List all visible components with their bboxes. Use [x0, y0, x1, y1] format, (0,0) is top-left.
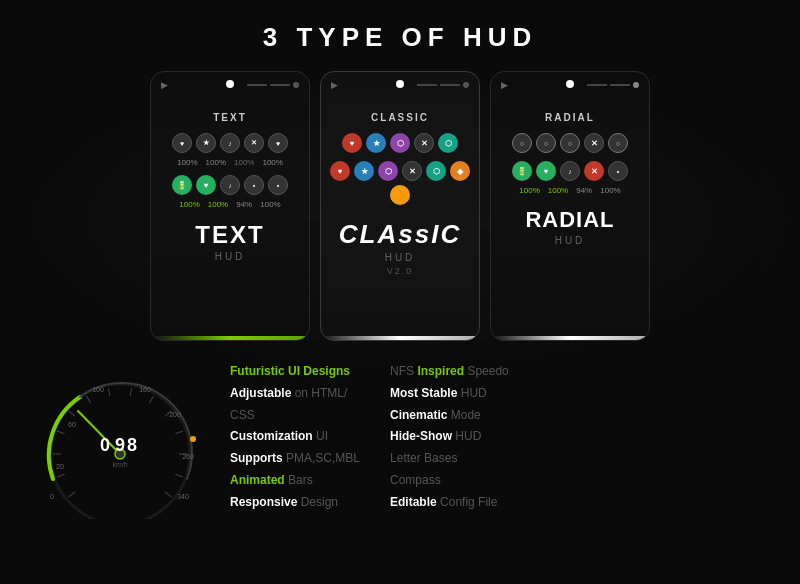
text-icon-1: ♥	[172, 133, 192, 153]
hud-cards-container: ▶ TEXT ♥ ★ ♪ ✕ ♥ 100% 100% 100% 100% 🔋 ♥	[0, 53, 800, 341]
radial-icon2-1: 🔋	[512, 161, 532, 181]
bottom-section: 0 20 60 100 160 200 260 340 0 9 8 km/h F	[0, 341, 800, 519]
text-stat-1: 100%	[177, 158, 197, 167]
svg-text:0: 0	[100, 435, 110, 455]
classic-hud-type-label: CLASSIC	[371, 112, 429, 123]
feature-stable: Most Stable HUD	[390, 385, 509, 402]
feature-hide-show: Hide-Show HUD	[390, 428, 509, 445]
classic-icon2-5: ⬡	[426, 161, 446, 181]
classic-icon2-7: 🔶	[390, 185, 410, 205]
feature-animated: Animated Bars	[230, 472, 360, 489]
features-col-left: Futuristic UI Designs Adjustable on HTML…	[230, 363, 360, 519]
classic-icon2-2: ★	[354, 161, 374, 181]
svg-text:160: 160	[139, 386, 151, 393]
nav-arrow-classic: ▶	[331, 80, 338, 90]
radial-icon-4: ✕	[584, 133, 604, 153]
classic-icon2-3: ⬡	[378, 161, 398, 181]
svg-text:9: 9	[115, 435, 125, 455]
classic-icon-4: ✕	[414, 133, 434, 153]
text-icon-3: ♪	[220, 133, 240, 153]
radial-icon-2: ○	[536, 133, 556, 153]
svg-text:200: 200	[169, 411, 181, 418]
svg-line-14	[165, 492, 171, 497]
radial-icon2-3: ♪	[560, 161, 580, 181]
svg-line-5	[69, 411, 75, 416]
classic-sub-label: HUD	[385, 252, 416, 263]
feature-css: CSS	[230, 407, 360, 424]
feature-responsive: Responsive Design	[230, 494, 360, 511]
radial-icon2-5: •	[608, 161, 628, 181]
feature-compass: Compass	[390, 472, 509, 489]
text-icon-4: ✕	[244, 133, 264, 153]
hud-card-text[interactable]: ▶ TEXT ♥ ★ ♪ ✕ ♥ 100% 100% 100% 100% 🔋 ♥	[150, 71, 310, 341]
classic-icon-1: ♥	[342, 133, 362, 153]
nav-arrow-radial: ▶	[501, 80, 508, 90]
text-stat-2: 100%	[206, 158, 226, 167]
feature-cinematic: Cinematic Mode	[390, 407, 509, 424]
text-stat2-2: 100%	[208, 200, 228, 209]
feature-adjustable: Adjustable on HTML/	[230, 385, 360, 402]
classic-icon-5: ⬡	[438, 133, 458, 153]
radial-icon2-4: ✕	[584, 161, 604, 181]
radial-stat-1: 100%	[519, 186, 539, 195]
text-stat-3: 100%	[234, 158, 254, 167]
speedometer-container: 0 20 60 100 160 200 260 340 0 9 8 km/h	[30, 359, 210, 519]
radial-stat-3: 94%	[576, 186, 592, 195]
svg-line-1	[69, 492, 75, 497]
svg-text:340: 340	[177, 493, 189, 500]
svg-text:260: 260	[182, 453, 194, 460]
classic-icon-2: ★	[366, 133, 386, 153]
radial-stat-4: 100%	[600, 186, 620, 195]
text-icon2-2: ♥	[196, 175, 216, 195]
radial-icon-1: ○	[512, 133, 532, 153]
svg-line-6	[87, 396, 91, 403]
svg-point-29	[190, 436, 196, 442]
svg-line-4	[57, 431, 65, 434]
text-icon2-5: •	[268, 175, 288, 195]
text-stat2-3: 94%	[236, 200, 252, 209]
speedometer-svg: 0 20 60 100 160 200 260 340 0 9 8 km/h	[30, 359, 210, 519]
page-title: 3 TYPE OF HUD	[0, 0, 800, 53]
classic-icon-3: ⬡	[390, 133, 410, 153]
radial-stat-2: 100%	[548, 186, 568, 195]
classic-icon2-4: ✕	[402, 161, 422, 181]
svg-text:60: 60	[68, 421, 76, 428]
svg-line-7	[108, 388, 109, 396]
svg-text:8: 8	[127, 435, 137, 455]
radial-main-title: RADIAL	[525, 207, 614, 233]
radial-icon2-2: ♥	[536, 161, 556, 181]
feature-supports: Supports PMA,SC,MBL	[230, 450, 360, 467]
text-stat2-1: 100%	[179, 200, 199, 209]
svg-text:20: 20	[56, 463, 64, 470]
text-sub-label: HUD	[215, 251, 246, 262]
text-icon-5: ♥	[268, 133, 288, 153]
hud-card-radial[interactable]: ▶ RADIAL ○ ○ ○ ✕ ○ 🔋 ♥ ♪ ✕ • 100% 1	[490, 71, 650, 341]
text-hud-type-label: TEXT	[213, 112, 247, 123]
svg-line-13	[175, 474, 183, 477]
text-icon2-1: 🔋	[172, 175, 192, 195]
text-icon-2: ★	[196, 133, 216, 153]
radial-icon-3: ○	[560, 133, 580, 153]
classic-icon2-6: ◆	[450, 161, 470, 181]
svg-text:100: 100	[92, 386, 104, 393]
svg-text:0: 0	[50, 493, 54, 500]
feature-letter: Letter Bases	[390, 450, 509, 467]
svg-line-11	[175, 431, 183, 434]
classic-main-title: CLAssIC	[339, 219, 461, 250]
feature-config: Editable Config File	[390, 494, 509, 511]
radial-icon-5: ○	[608, 133, 628, 153]
svg-line-2	[57, 474, 65, 477]
feature-customization: Customization UI	[230, 428, 360, 445]
text-icon2-3: ♪	[220, 175, 240, 195]
classic-version: V2.0	[387, 266, 414, 276]
svg-line-8	[130, 388, 131, 396]
svg-text:km/h: km/h	[112, 461, 127, 468]
radial-sub-label: HUD	[555, 235, 586, 246]
features-col-right: NFS Inspired Speedo Most Stable HUD Cine…	[390, 363, 509, 519]
hud-card-classic[interactable]: ▶ CLASSIC ♥ ★ ⬡ ✕ ⬡ ♥ ★ ⬡ ✕ ⬡ ◆ 🔶 C	[320, 71, 480, 341]
text-stat-4: 100%	[262, 158, 282, 167]
feature-futuristic: Futuristic UI Designs	[230, 363, 360, 380]
classic-icon2-1: ♥	[330, 161, 350, 181]
text-main-title: TEXT	[195, 221, 264, 249]
svg-line-9	[150, 396, 154, 403]
